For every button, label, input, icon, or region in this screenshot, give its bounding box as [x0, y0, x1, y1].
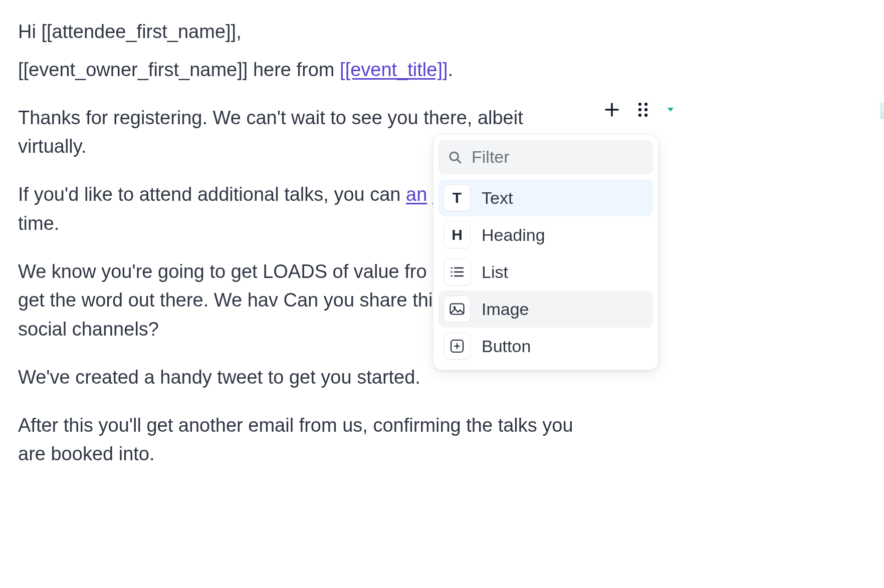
- svg-rect-17: [451, 304, 464, 315]
- insert-block-menu: T Text H Heading List: [433, 134, 658, 370]
- svg-point-6: [638, 114, 641, 117]
- drag-handle[interactable]: [632, 99, 654, 121]
- menu-item-list[interactable]: List: [438, 253, 653, 290]
- filter-field[interactable]: [438, 140, 653, 174]
- text-icon: T: [444, 184, 471, 211]
- filter-input[interactable]: [471, 147, 644, 167]
- event-title-link[interactable]: [[event_title]]: [340, 59, 448, 80]
- svg-point-13: [451, 275, 452, 276]
- additional-link-part-1[interactable]: an: [406, 184, 427, 205]
- search-icon: [448, 150, 463, 165]
- additional-prefix: If you'd like to attend additional talks…: [18, 184, 406, 205]
- add-block-button[interactable]: [601, 99, 623, 121]
- menu-item-text[interactable]: T Text: [438, 179, 653, 216]
- side-marker: [880, 102, 884, 119]
- block-more-caret[interactable]: [665, 99, 676, 121]
- image-icon: [444, 296, 471, 323]
- svg-line-10: [457, 159, 461, 163]
- menu-item-button[interactable]: Button: [438, 328, 653, 365]
- menu-item-label: Text: [482, 188, 513, 208]
- menu-item-label: Button: [482, 337, 531, 356]
- intro-suffix: .: [448, 59, 454, 80]
- list-icon: [444, 258, 471, 285]
- menu-item-heading[interactable]: H Heading: [438, 216, 653, 253]
- intro-line[interactable]: [[event_owner_first_name]] here from [[e…: [18, 56, 594, 85]
- caret-down-icon: [668, 108, 674, 112]
- svg-point-3: [644, 103, 647, 106]
- svg-point-11: [451, 267, 452, 268]
- menu-item-label: List: [482, 262, 508, 282]
- svg-point-18: [454, 307, 456, 309]
- menu-item-label: Image: [482, 300, 529, 319]
- menu-item-image[interactable]: Image: [438, 290, 653, 328]
- svg-point-2: [638, 103, 641, 106]
- svg-marker-8: [668, 108, 674, 112]
- menu-item-label: Heading: [482, 225, 545, 245]
- editor-canvas: Hi [[attendee_first_name]], [[event_owne…: [0, 0, 884, 588]
- drag-handle-icon: [636, 101, 650, 118]
- svg-point-7: [644, 114, 647, 117]
- svg-point-5: [644, 108, 647, 111]
- svg-point-12: [451, 271, 452, 272]
- button-icon: [444, 333, 471, 360]
- heading-icon: H: [444, 221, 471, 248]
- svg-point-4: [638, 108, 641, 111]
- plus-icon: [603, 101, 621, 119]
- intro-prefix: [[event_owner_first_name]] here from: [18, 59, 340, 80]
- block-actions: [601, 99, 676, 121]
- greeting-line[interactable]: Hi [[attendee_first_name]],: [18, 18, 594, 47]
- after-line[interactable]: After this you'll get another email from…: [18, 411, 594, 469]
